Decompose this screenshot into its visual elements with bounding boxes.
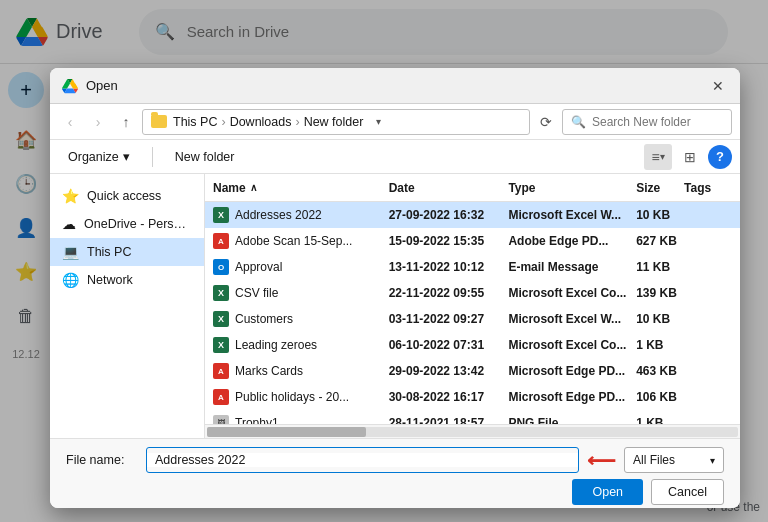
forward-button[interactable]: › (86, 110, 110, 134)
path-dropdown-button[interactable]: ▾ (367, 111, 389, 133)
col-header-size[interactable]: Size (636, 181, 684, 195)
dialog-search-input[interactable] (592, 115, 723, 129)
onedrive-icon: ☁ (62, 216, 76, 232)
path-this-pc: This PC (173, 115, 217, 129)
quick-access-icon: ⭐ (62, 188, 79, 204)
file-list-header: Name ∧ Date Type Size Tags (205, 174, 740, 202)
pdf-icon-holidays: A (213, 389, 229, 405)
file-rows: X Addresses 2022 27-09-2022 16:32 Micros… (205, 202, 740, 424)
pdf-icon-marks: A (213, 363, 229, 379)
help-button[interactable]: ? (708, 145, 732, 169)
new-folder-button[interactable]: New folder (165, 144, 245, 170)
excel-icon-csv: X (213, 285, 229, 301)
path-bar[interactable]: This PC › Downloads › New folder ▾ (142, 109, 530, 135)
help-icon: ? (716, 149, 724, 164)
file-row-approval[interactable]: O Approval 13-11-2022 10:12 E-mail Messa… (205, 254, 740, 280)
file-row-marks-cards[interactable]: A Marks Cards 29-09-2022 13:42 Microsoft… (205, 358, 740, 384)
open-button[interactable]: Open (572, 479, 643, 505)
nav-item-this-pc[interactable]: 💻 This PC (50, 238, 204, 266)
view-icon-button[interactable]: ⊞ (676, 144, 704, 170)
file-row-trophy1[interactable]: 🖼 Trophy1 28-11-2021 18:57 PNG File 1 KB (205, 410, 740, 424)
open-dialog: Open ✕ ‹ › ↑ This PC › Downloads › New f… (50, 68, 740, 508)
col-header-date[interactable]: Date (389, 181, 509, 195)
dialog-search-icon: 🔍 (571, 115, 586, 129)
path-sep-1: › (221, 115, 225, 129)
dialog-bottom: File name: ⟵ All Files ▾ Open Cancel (50, 438, 740, 508)
list-view-icon: ≡ (651, 149, 659, 165)
button-row: Open Cancel (66, 479, 724, 505)
this-pc-icon: 💻 (62, 244, 79, 260)
path-sep-2: › (295, 115, 299, 129)
refresh-button[interactable]: ⟳ (534, 110, 558, 134)
dialog-title-text: Open (86, 78, 118, 93)
file-row-csv[interactable]: X CSV file 22-11-2022 09:55 Microsoft Ex… (205, 280, 740, 306)
filename-input[interactable] (147, 453, 578, 467)
col-header-type[interactable]: Type (508, 181, 636, 195)
h-scroll-thumb[interactable] (207, 427, 366, 437)
pdf-icon: A (213, 233, 229, 249)
dialog-close-button[interactable]: ✕ (708, 76, 728, 96)
image-icon-trophy: 🖼 (213, 415, 229, 424)
outlook-icon: O (213, 259, 229, 275)
dialog-body: ⭐ Quick access ☁ OneDrive - Persona... 💻… (50, 174, 740, 438)
filetype-dropdown-icon: ▾ (710, 455, 715, 466)
nav-item-quick-access[interactable]: ⭐ Quick access (50, 182, 204, 210)
filetype-label: All Files (633, 453, 675, 467)
col-header-tags[interactable]: Tags (684, 181, 732, 195)
toolbar-separator (152, 147, 153, 167)
file-row-customers[interactable]: X Customers 03-11-2022 09:27 Microsoft E… (205, 306, 740, 332)
dialog-title-left: Open (62, 78, 118, 94)
nav-item-quick-access-label: Quick access (87, 189, 161, 203)
left-panel: ⭐ Quick access ☁ OneDrive - Persona... 💻… (50, 174, 205, 438)
excel-icon-leading: X (213, 337, 229, 353)
up-button[interactable]: ↑ (114, 110, 138, 134)
file-row-adobe-scan[interactable]: A Adobe Scan 15-Sep... 15-09-2022 15:35 … (205, 228, 740, 254)
col-header-name[interactable]: Name ∧ (213, 181, 389, 195)
organize-button[interactable]: Organize ▾ (58, 144, 140, 170)
filetype-select[interactable]: All Files ▾ (624, 447, 724, 473)
file-row-addresses-2022[interactable]: X Addresses 2022 27-09-2022 16:32 Micros… (205, 202, 740, 228)
arrow-indicator: ⟵ (587, 448, 616, 472)
dialog-titlebar: Open ✕ (50, 68, 740, 104)
dialog-logo-icon (62, 78, 78, 94)
dialog-toolbar: Organize ▾ New folder ≡ ▾ ⊞ ? (50, 140, 740, 174)
excel-icon: X (213, 207, 229, 223)
path-downloads: Downloads (230, 115, 292, 129)
toolbar-right: ≡ ▾ ⊞ ? (644, 144, 732, 170)
drive-background: Drive 🔍 + 🏠 🕒 👤 ⭐ 🗑 12.12 (0, 0, 768, 522)
filename-label: File name: (66, 453, 138, 467)
file-row-leading-zeroes[interactable]: X Leading zeroes 06-10-2022 07:31 Micros… (205, 332, 740, 358)
file-list: Name ∧ Date Type Size Tags (205, 174, 740, 438)
nav-item-onedrive-label: OneDrive - Persona... (84, 217, 192, 231)
icon-view-icon: ⊞ (684, 149, 696, 165)
horizontal-scrollbar[interactable] (205, 424, 740, 438)
back-button[interactable]: ‹ (58, 110, 82, 134)
dialog-navbar: ‹ › ↑ This PC › Downloads › New folder ▾… (50, 104, 740, 140)
view-list-button[interactable]: ≡ ▾ (644, 144, 672, 170)
filename-input-wrap (146, 447, 579, 473)
cancel-button[interactable]: Cancel (651, 479, 724, 505)
network-icon: 🌐 (62, 272, 79, 288)
nav-item-network[interactable]: 🌐 Network (50, 266, 204, 294)
nav-item-onedrive[interactable]: ☁ OneDrive - Persona... (50, 210, 204, 238)
file-row-public-holidays[interactable]: A Public holidays - 20... 30-08-2022 16:… (205, 384, 740, 410)
path-folder-icon (151, 115, 167, 128)
path-new-folder: New folder (304, 115, 364, 129)
view-dropdown-icon: ▾ (660, 151, 665, 162)
nav-item-network-label: Network (87, 273, 133, 287)
nav-item-this-pc-label: This PC (87, 245, 131, 259)
h-scroll-track[interactable] (207, 427, 738, 437)
excel-icon-customers: X (213, 311, 229, 327)
filename-row: File name: ⟵ All Files ▾ (66, 447, 724, 473)
red-arrow-icon: ⟵ (587, 448, 616, 472)
dialog-search-box[interactable]: 🔍 (562, 109, 732, 135)
